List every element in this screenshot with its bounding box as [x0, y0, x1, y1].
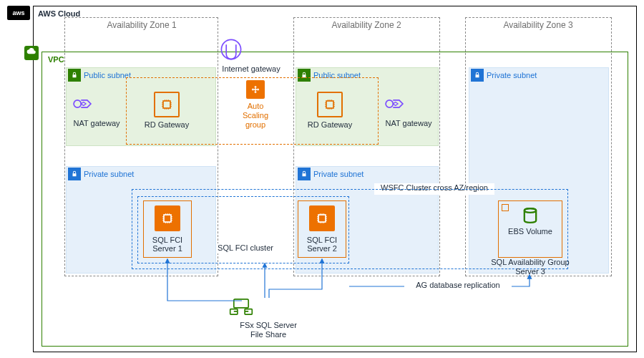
- ec2-instance-icon: [309, 205, 335, 231]
- nat-gateway-icon: [70, 92, 94, 116]
- lock-icon: [298, 168, 311, 180]
- svg-point-0: [221, 39, 240, 59]
- public-subnet-1-label: Public subnet: [84, 71, 131, 79]
- lock-icon: [68, 69, 81, 82]
- rd-gateway-1: RD Gateway: [140, 92, 193, 130]
- private-subnet-1-label: Private subnet: [84, 170, 134, 178]
- auto-scaling-group-node: Auto Scaling group: [234, 80, 277, 130]
- sql-fci-1-label-b: Server 1: [144, 244, 191, 253]
- ec2-badge-icon: [502, 204, 509, 211]
- sql-fci-cluster-label: SQL FCI cluster: [218, 243, 273, 253]
- rd-gateway-1-label: RD Gateway: [140, 120, 193, 130]
- lock-icon: [471, 69, 484, 82]
- ec2-instance-icon: [155, 205, 180, 231]
- svg-point-4: [386, 100, 393, 107]
- internet-gateway: Internet gateway: [219, 37, 283, 74]
- fsx-label-a: FSx SQL Server: [229, 321, 308, 330]
- sql-ag-server-3-label: SQL Availability Group Server 3: [476, 258, 585, 276]
- auto-scaling-icon: [246, 80, 265, 99]
- internet-gateway-icon: [219, 37, 243, 62]
- ec2-icon: [317, 92, 343, 117]
- private-subnet-2-label: Private subnet: [313, 170, 364, 178]
- private-subnet-2-header: Private subnet: [296, 167, 438, 181]
- fsx-icon: [229, 296, 253, 318]
- nat-gateway-2: NAT gateway: [382, 92, 435, 128]
- private-subnet-1-header: Private subnet: [67, 167, 215, 181]
- nat-gateway-2-label: NAT gateway: [382, 119, 435, 128]
- sql-fci-2-label-b: Server 2: [298, 244, 346, 253]
- internet-gateway-label: Internet gateway: [219, 64, 283, 74]
- sql-fci-1-label-a: SQL FCI: [144, 236, 191, 244]
- svg-rect-2: [163, 101, 170, 108]
- az2-title: Availability Zone 2: [302, 20, 431, 30]
- ec2-icon: [154, 92, 180, 117]
- svg-point-7: [525, 208, 536, 213]
- az1-title: Availability Zone 1: [77, 20, 206, 30]
- rd-gateway-2-label: RD Gateway: [303, 120, 356, 130]
- sql-ag-server-3: EBS Volume: [498, 200, 562, 258]
- ebs-volume-icon: [520, 205, 540, 226]
- private-subnet-3-label: Private subnet: [487, 71, 537, 79]
- aws-logo-badge: aws: [7, 6, 30, 20]
- svg-point-1: [74, 100, 81, 107]
- nat-gateway-1: NAT gateway: [70, 92, 123, 128]
- auto-scaling-label-a: Auto Scaling: [234, 102, 277, 120]
- vpc-icon: [24, 46, 39, 60]
- az3-title: Availability Zone 3: [474, 20, 602, 30]
- fsx-label-b: File Share: [229, 330, 308, 339]
- sql-fci-server-1: SQL FCI Server 1: [143, 200, 192, 258]
- rd-gateway-2: RD Gateway: [303, 92, 356, 130]
- ag-replication-label: AG database replication: [404, 281, 512, 291]
- ebs-volume-label: EBS Volume: [499, 227, 562, 236]
- vpc-title: VPC: [48, 55, 64, 64]
- nat-gateway-icon: [382, 92, 406, 116]
- sql-fci-server-2: SQL FCI Server 2: [298, 200, 346, 258]
- svg-rect-6: [318, 215, 326, 222]
- fsx-file-share: FSx SQL Server File Share: [229, 296, 308, 339]
- svg-rect-3: [326, 101, 333, 108]
- sql-fci-2-label-a: SQL FCI: [298, 236, 346, 244]
- vpc-label-row: VPC: [42, 52, 628, 67]
- nat-gateway-1-label: NAT gateway: [70, 119, 123, 128]
- private-subnet-3-header: Private subnet: [469, 68, 608, 82]
- svg-rect-5: [164, 215, 171, 222]
- auto-scaling-label-b: group: [234, 120, 277, 130]
- lock-icon: [68, 168, 81, 180]
- svg-rect-8: [234, 299, 248, 308]
